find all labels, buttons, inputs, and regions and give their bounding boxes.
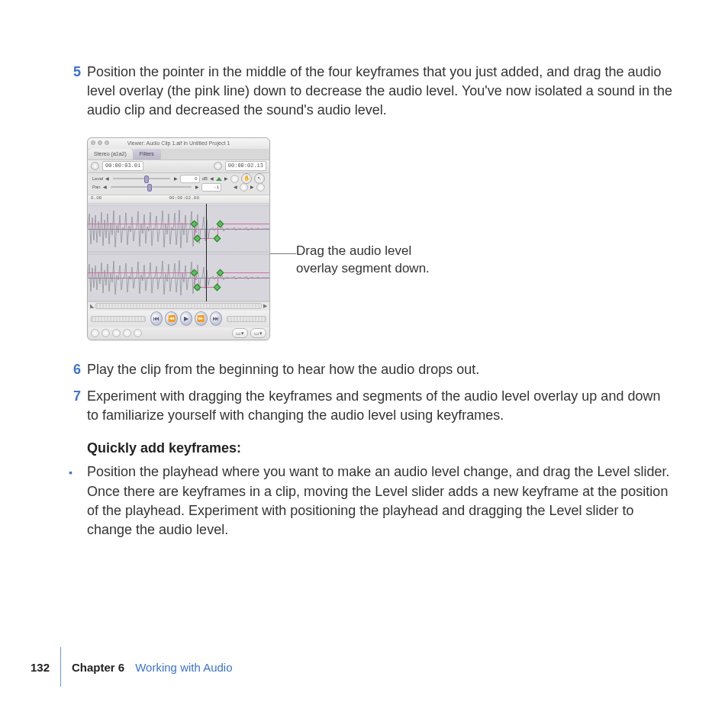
- step-5-text: Position the pointer in the middle of th…: [87, 63, 675, 121]
- marker-icon: [123, 329, 131, 337]
- go-start-icon: ⏮: [150, 311, 163, 326]
- callout-line1: Drag the audio level: [296, 243, 411, 258]
- scroll-row: ◣ ▶: [88, 301, 269, 311]
- step-7: 7 Experiment with dragging the keyframes…: [60, 387, 675, 425]
- step-6: 6 Play the clip from the beginning to he…: [60, 360, 675, 379]
- tab-filters: Filters: [134, 149, 161, 159]
- step-back-icon: ⏪: [165, 311, 177, 326]
- viewer-titlebar: Viewer: Audio Clip 1.aif in Untitled Pro…: [88, 138, 269, 149]
- time-ruler: 0.00 00:00:02.00: [88, 195, 269, 204]
- timecode-right: 00:00:02.13: [225, 161, 266, 171]
- btn-icon-5: [134, 329, 142, 337]
- level-label: Level: [92, 176, 103, 182]
- zoom-in-icon: ▶: [263, 302, 267, 310]
- page-number: 132: [31, 659, 60, 675]
- viewer-title-text: Viewer: Audio Clip 1.aif in Untitled Pro…: [127, 140, 230, 146]
- mark-out-icon: [112, 329, 121, 337]
- callout-text: Drag the audio level overlay segment dow…: [296, 243, 449, 278]
- content-area: 5 Position the pointer in the middle of …: [60, 63, 675, 540]
- chapter-label: Chapter 6: [72, 659, 124, 675]
- pan-reset-icon: [256, 183, 265, 192]
- step-5: 5 Position the pointer in the middle of …: [60, 63, 675, 121]
- callout-line2: overlay segment down.: [296, 261, 430, 275]
- level-keyframe-icon: [216, 177, 222, 181]
- zoom-dot-icon: [105, 140, 109, 145]
- level-value: 0: [180, 175, 200, 183]
- level-slider-row: Level ◀ ▶ 0 dB ◀ ▶ ✋ ↖: [92, 175, 265, 183]
- hand-icon: ✋: [241, 173, 252, 184]
- ruler-mid: 00:00:02.00: [169, 195, 199, 201]
- close-dot-icon: [91, 140, 95, 145]
- chapter-title: Working with Audio: [135, 659, 232, 675]
- jog-wheel: [91, 316, 146, 322]
- step-6-text: Play the clip from the beginning to hear…: [87, 360, 675, 379]
- viewer-tabs: Stereo (a1a2) Filters: [88, 149, 269, 160]
- figure-row: Viewer: Audio Clip 1.aif in Untitled Pro…: [87, 137, 675, 340]
- viewer-window: Viewer: Audio Clip 1.aif in Untitled Pro…: [87, 137, 270, 340]
- timecode-row: 00:00:03.01 00:00:02.13: [88, 160, 269, 173]
- footer-divider: [60, 647, 61, 687]
- document-page: 5 Position the pointer in the middle of …: [0, 0, 728, 728]
- minimize-dot-icon: [98, 140, 102, 145]
- step-number-7: 7: [60, 387, 87, 425]
- bottom-toolbar: ▭▾ ▭▾: [88, 327, 269, 340]
- tab-stereo: Stereo (a1a2): [88, 149, 134, 159]
- pan-keyframe-icon: [240, 183, 248, 192]
- jog-dial-right-icon: [214, 162, 222, 170]
- jog-dial-left-icon: [91, 162, 99, 170]
- pan-slider: [111, 186, 192, 188]
- zoom-out-icon: ◣: [90, 302, 94, 310]
- step-7-text: Experiment with dragging the keyframes a…: [87, 387, 675, 425]
- mark-in-icon: [101, 329, 110, 337]
- waveform-area: [88, 204, 269, 301]
- subheading: Quickly add keyframes:: [87, 439, 675, 458]
- pan-label: Pan: [92, 184, 101, 190]
- scroll-bar: [95, 303, 262, 309]
- pan-value: -1: [201, 183, 221, 192]
- bullet-item: ▪ Position the playhead where you want t…: [69, 462, 675, 540]
- waveform-left-channel: [88, 205, 269, 253]
- step-forward-icon: ⏩: [195, 311, 207, 326]
- figure-callout: Drag the audio level overlay segment dow…: [270, 243, 449, 278]
- play-icon: ▶: [180, 311, 192, 326]
- level-slider: [113, 178, 169, 179]
- overwrite-edit-icon: ▭▾: [250, 328, 266, 338]
- pan-slider-row: Pan ◀ ▶ -1 ◀ ▶: [92, 183, 265, 192]
- insert-edit-icon: ▭▾: [232, 328, 248, 338]
- btn-icon-1: [91, 329, 99, 337]
- playhead: [206, 204, 207, 301]
- shuttle: [227, 316, 266, 322]
- timecode-left: 00:00:03.01: [102, 161, 143, 171]
- level-unit: dB: [202, 176, 208, 182]
- waveform-right-channel: [88, 254, 269, 301]
- window-controls: [91, 140, 109, 145]
- bullet-square-icon: ▪: [69, 462, 87, 540]
- sliders-panel: Level ◀ ▶ 0 dB ◀ ▶ ✋ ↖ Pan: [88, 173, 269, 195]
- page-footer: 132 Chapter 6 Working with Audio: [31, 647, 233, 687]
- callout-leader-line: [270, 253, 296, 254]
- go-end-icon: ⏭: [210, 311, 222, 326]
- arrow-icon: ↖: [254, 173, 265, 184]
- step-number-5: 5: [60, 63, 87, 121]
- level-reset-icon: [230, 175, 239, 183]
- jog-row: ⏮ ⏪ ▶ ⏩ ⏭: [88, 311, 269, 327]
- bullet-text: Position the playhead where you want to …: [87, 462, 675, 540]
- ruler-start: 0.00: [91, 195, 101, 201]
- step-number-6: 6: [60, 360, 87, 379]
